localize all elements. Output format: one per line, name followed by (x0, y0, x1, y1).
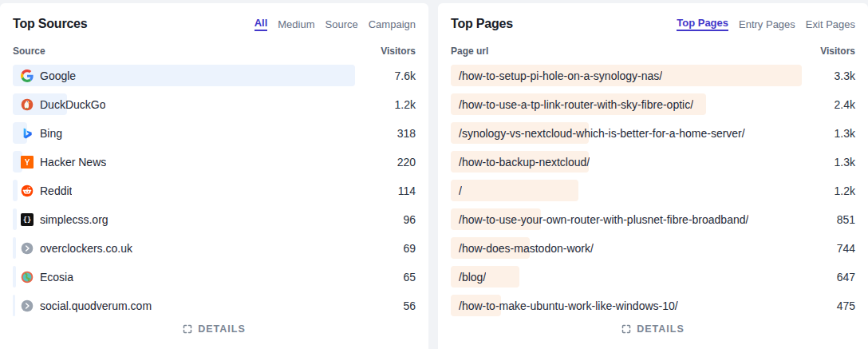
expand-icon (621, 324, 631, 334)
page-url: / (459, 184, 462, 197)
visitors-value: 1.2k (828, 184, 855, 197)
page-url: /blog/ (459, 271, 486, 284)
visitors-value: 56 (397, 299, 416, 312)
tab-medium[interactable]: Medium (278, 18, 314, 30)
top-sources-header: Top Sources All Medium Source Campaign (13, 14, 416, 34)
details-button[interactable]: DETAILS (451, 323, 855, 335)
page-url: /how-to-use-a-tp-link-router-with-sky-fi… (459, 98, 693, 111)
source-filter-tabs: All Medium Source Campaign (254, 17, 416, 31)
visitors-value: 1.2k (389, 98, 416, 111)
details-label: DETAILS (637, 323, 685, 335)
page-list: /how-to-setup-pi-hole-on-a-synology-nas/… (451, 65, 855, 316)
top-sources-panel: Top Sources All Medium Source Campaign S… (0, 3, 428, 349)
source-row[interactable]: Google 7.6k (13, 65, 416, 86)
dashboard-row: Top Sources All Medium Source Campaign S… (0, 0, 868, 349)
column-header-visitors: Visitors (820, 46, 855, 57)
details-button[interactable]: DETAILS (13, 323, 416, 335)
visitors-value: 647 (831, 271, 855, 284)
panel-title: Top Sources (13, 17, 88, 31)
page-url: /how-to-setup-pi-hole-on-a-synology-nas/ (459, 69, 662, 82)
ecosia-icon (21, 271, 34, 284)
google-icon (21, 69, 34, 82)
source-row[interactable]: social.quodverum.com 56 (13, 295, 416, 316)
source-name: overclockers.co.uk (40, 242, 132, 255)
tab-entry-pages[interactable]: Entry Pages (739, 18, 795, 30)
page-row[interactable]: /blog/ 647 (451, 266, 855, 288)
column-header-page-url: Page url (451, 46, 488, 57)
page-url: /synology-vs-nextcloud-which-is-better-f… (459, 127, 745, 140)
column-headers: Source Visitors (13, 46, 416, 57)
visitors-value: 1.3k (828, 127, 855, 140)
page-url: /how-to-backup-nextcloud/ (459, 156, 590, 169)
source-name: Hacker News (40, 156, 106, 169)
tab-source[interactable]: Source (326, 18, 358, 30)
column-header-visitors: Visitors (381, 46, 416, 57)
visitors-value: 318 (391, 127, 416, 140)
visitors-value: 1.3k (828, 156, 855, 169)
source-row[interactable]: overclockers.co.uk 69 (13, 237, 416, 259)
panel-title: Top Pages (451, 17, 513, 31)
source-row[interactable]: Reddit 114 (13, 180, 416, 201)
page-filter-tabs: Top Pages Entry Pages Exit Pages (677, 17, 855, 31)
source-row[interactable]: Bing 318 (13, 122, 416, 144)
expand-icon (183, 324, 192, 334)
page-row[interactable]: /how-to-setup-pi-hole-on-a-synology-nas/… (451, 65, 855, 86)
top-pages-header: Top Pages Top Pages Entry Pages Exit Pag… (451, 14, 855, 34)
source-name: Bing (40, 127, 62, 140)
column-headers: Page url Visitors (451, 46, 855, 57)
simplecss-icon: {} (21, 213, 34, 226)
page-row[interactable]: /synology-vs-nextcloud-which-is-better-f… (451, 122, 855, 144)
source-row[interactable]: {} simplecss.org 96 (13, 208, 416, 230)
source-name: Google (40, 69, 76, 82)
page-row[interactable]: /how-to-backup-nextcloud/ 1.3k (451, 151, 855, 173)
source-name: simplecss.org (40, 213, 108, 226)
details-label: DETAILS (198, 323, 246, 335)
page-url: /how-does-mastodon-work/ (459, 242, 594, 255)
source-row[interactable]: Hacker News 220 (13, 151, 416, 173)
duckduckgo-icon (21, 98, 34, 111)
top-pages-panel: Top Pages Top Pages Entry Pages Exit Pag… (438, 3, 868, 349)
visitors-value: 851 (831, 213, 855, 226)
source-name: Reddit (40, 184, 72, 197)
tab-all[interactable]: All (254, 17, 268, 31)
page-url: /how-to-make-ubuntu-work-like-windows-10… (459, 299, 678, 312)
page-row[interactable]: / 1.2k (451, 180, 855, 201)
page-row[interactable]: /how-to-use-your-own-router-with-plusnet… (451, 208, 855, 230)
tab-exit-pages[interactable]: Exit Pages (806, 18, 855, 30)
source-name: DuckDuckGo (40, 98, 105, 111)
visitors-value: 475 (831, 299, 855, 312)
source-name: social.quodverum.com (40, 299, 152, 312)
reddit-icon (21, 184, 34, 197)
column-header-source: Source (13, 46, 45, 57)
visitors-value: 114 (392, 184, 416, 197)
page-row[interactable]: /how-to-use-a-tp-link-router-with-sky-fi… (451, 93, 855, 115)
source-name: Ecosia (40, 271, 73, 284)
hacker-news-icon (21, 156, 34, 169)
tab-top-pages[interactable]: Top Pages (677, 17, 728, 31)
source-row[interactable]: Ecosia 65 (13, 266, 416, 288)
page-url: /how-to-use-your-own-router-with-plusnet… (459, 213, 748, 226)
page-row[interactable]: /how-does-mastodon-work/ 744 (451, 237, 855, 259)
visitors-value: 7.6k (389, 69, 416, 82)
visitors-value: 220 (391, 156, 416, 169)
visitors-value: 744 (831, 242, 855, 255)
visitors-value: 69 (397, 242, 416, 255)
page-row[interactable]: /how-to-make-ubuntu-work-like-windows-10… (451, 295, 855, 316)
visitors-value: 65 (397, 271, 416, 284)
bing-icon (21, 127, 34, 140)
generic-site-icon (21, 242, 34, 255)
generic-site-icon (21, 299, 34, 312)
source-row[interactable]: DuckDuckGo 1.2k (13, 93, 416, 115)
svg-text:{}: {} (23, 216, 31, 224)
source-list: Google 7.6k DuckDuckGo 1.2k (13, 65, 416, 316)
visitors-value: 2.4k (828, 98, 855, 111)
tab-campaign[interactable]: Campaign (369, 18, 416, 30)
visitors-value: 3.3k (828, 69, 855, 82)
visitors-value: 96 (397, 213, 416, 226)
